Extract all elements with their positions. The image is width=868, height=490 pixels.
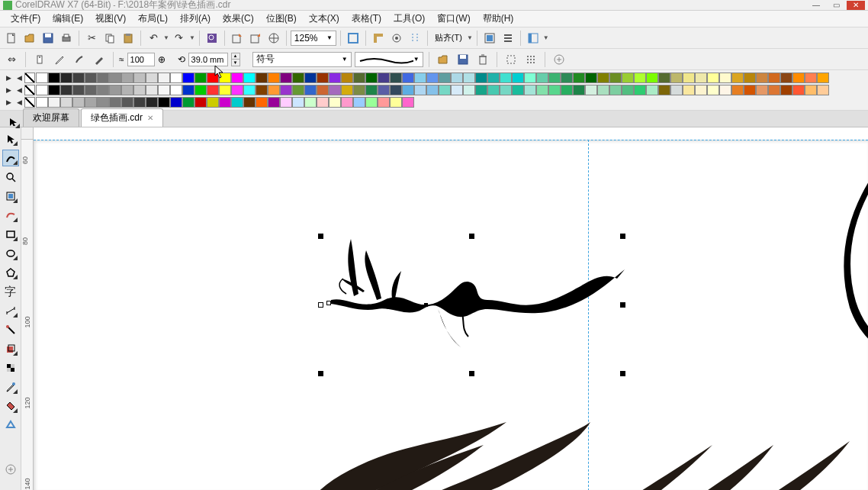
color-swatch[interactable]: [817, 85, 829, 95]
crop-tool[interactable]: [2, 188, 19, 205]
mirror-horizontal-button[interactable]: ⇔: [3, 51, 20, 68]
color-swatch[interactable]: [500, 73, 512, 83]
color-swatch[interactable]: [683, 73, 695, 83]
search-button[interactable]: [204, 30, 220, 47]
export-button[interactable]: [247, 30, 264, 47]
color-swatch[interactable]: [60, 73, 72, 83]
color-swatch[interactable]: [170, 85, 182, 95]
paste-button[interactable]: [120, 30, 137, 47]
color-swatch[interactable]: [634, 73, 646, 83]
color-swatch[interactable]: [194, 73, 207, 83]
color-swatch[interactable]: [609, 85, 622, 95]
color-swatch[interactable]: [768, 73, 780, 83]
color-swatch[interactable]: [646, 85, 658, 95]
show-grid-button[interactable]: [388, 30, 405, 47]
color-swatch[interactable]: [768, 85, 780, 95]
color-swatch[interactable]: [36, 85, 48, 95]
color-swatch[interactable]: [170, 73, 182, 83]
dimension-tool[interactable]: [2, 302, 19, 319]
color-swatch[interactable]: [719, 73, 731, 83]
quick-customize-button[interactable]: [551, 51, 567, 68]
color-swatch[interactable]: [194, 85, 207, 95]
text-tool[interactable]: 字: [2, 283, 19, 300]
color-swatch[interactable]: [561, 85, 573, 95]
color-swatch[interactable]: [268, 85, 280, 95]
color-swatch[interactable]: [390, 73, 402, 83]
palette-arrow-left-1[interactable]: ◀: [14, 86, 24, 94]
color-swatch[interactable]: [97, 73, 109, 83]
color-swatch[interactable]: [731, 85, 744, 95]
maximize-button[interactable]: ▭: [827, 1, 845, 10]
color-swatch[interactable]: [60, 85, 72, 95]
color-swatch[interactable]: [365, 73, 378, 83]
color-swatch[interactable]: [744, 73, 756, 83]
color-swatch[interactable]: [85, 85, 97, 95]
node-indicator[interactable]: [326, 301, 331, 305]
pen-button[interactable]: [91, 51, 108, 68]
color-swatch[interactable]: [353, 85, 365, 95]
color-swatch[interactable]: [792, 85, 805, 95]
eyedropper-tool[interactable]: [2, 379, 19, 395]
color-swatch[interactable]: [512, 73, 524, 83]
brush-button[interactable]: [71, 51, 88, 68]
color-swatch[interactable]: [85, 73, 97, 83]
freehand-tool[interactable]: [2, 150, 19, 166]
menu-help[interactable]: 帮助(H): [477, 11, 520, 27]
color-swatch[interactable]: [451, 85, 463, 95]
menu-table[interactable]: 表格(T): [346, 11, 387, 27]
color-swatch[interactable]: [182, 97, 194, 108]
fullscreen-button[interactable]: [345, 30, 362, 47]
selection-handle-tl[interactable]: [318, 234, 323, 239]
color-swatch[interactable]: [548, 85, 561, 95]
layout-button[interactable]: ▼: [525, 30, 549, 47]
color-swatch[interactable]: [194, 97, 207, 108]
copy-button[interactable]: [101, 30, 118, 47]
color-swatch[interactable]: [695, 85, 707, 95]
color-swatch[interactable]: [219, 85, 231, 95]
color-swatch[interactable]: [756, 73, 768, 83]
tab-welcome[interactable]: 欢迎屏幕: [23, 108, 79, 127]
color-swatch[interactable]: [402, 97, 414, 108]
color-swatch[interactable]: [439, 73, 451, 83]
close-button[interactable]: ✕: [847, 1, 865, 10]
size-spinner[interactable]: ▲▼: [231, 53, 240, 66]
ellipse-tool[interactable]: [2, 245, 19, 262]
selection-handle-br[interactable]: [620, 371, 625, 376]
color-swatch[interactable]: [622, 73, 634, 83]
color-swatch[interactable]: [158, 97, 170, 108]
fill-tool[interactable]: [2, 398, 19, 414]
save-button[interactable]: [40, 30, 56, 47]
menu-text[interactable]: 文本(X): [303, 11, 346, 27]
palette-arrow-left-2[interactable]: ◀: [14, 98, 24, 106]
color-swatch[interactable]: [780, 85, 792, 95]
color-swatch[interactable]: [487, 85, 500, 95]
color-swatch[interactable]: [341, 73, 353, 83]
color-swatch[interactable]: [268, 97, 280, 108]
color-swatch[interactable]: [36, 73, 48, 83]
color-swatch[interactable]: [573, 85, 585, 95]
color-swatch[interactable]: [109, 97, 121, 108]
color-swatch[interactable]: [304, 73, 317, 83]
rectangle-tool[interactable]: [2, 226, 19, 243]
color-swatch[interactable]: [243, 85, 256, 95]
color-swatch[interactable]: [731, 73, 744, 83]
color-swatch[interactable]: [439, 85, 451, 95]
palette-arrow-left-0[interactable]: ◀: [14, 74, 24, 82]
drawing-canvas[interactable]: ×: [34, 140, 868, 490]
eraser-shape-button[interactable]: [31, 51, 48, 68]
color-swatch[interactable]: [329, 73, 341, 83]
color-swatch[interactable]: [536, 73, 548, 83]
print-button[interactable]: [58, 30, 75, 47]
color-swatch[interactable]: [426, 85, 439, 95]
artwork-branch-selected[interactable]: [308, 224, 628, 376]
toolbox-flyout-pick[interactable]: [5, 113, 21, 130]
color-swatch[interactable]: [378, 97, 390, 108]
color-swatch[interactable]: [182, 85, 194, 95]
color-swatch[interactable]: [548, 73, 561, 83]
selection-handle-bm[interactable]: [469, 371, 474, 376]
color-swatch[interactable]: [597, 73, 609, 83]
color-swatch[interactable]: [48, 97, 60, 108]
color-swatch[interactable]: [463, 85, 475, 95]
color-swatch[interactable]: [292, 85, 304, 95]
menu-arrange[interactable]: 排列(A): [174, 11, 217, 27]
